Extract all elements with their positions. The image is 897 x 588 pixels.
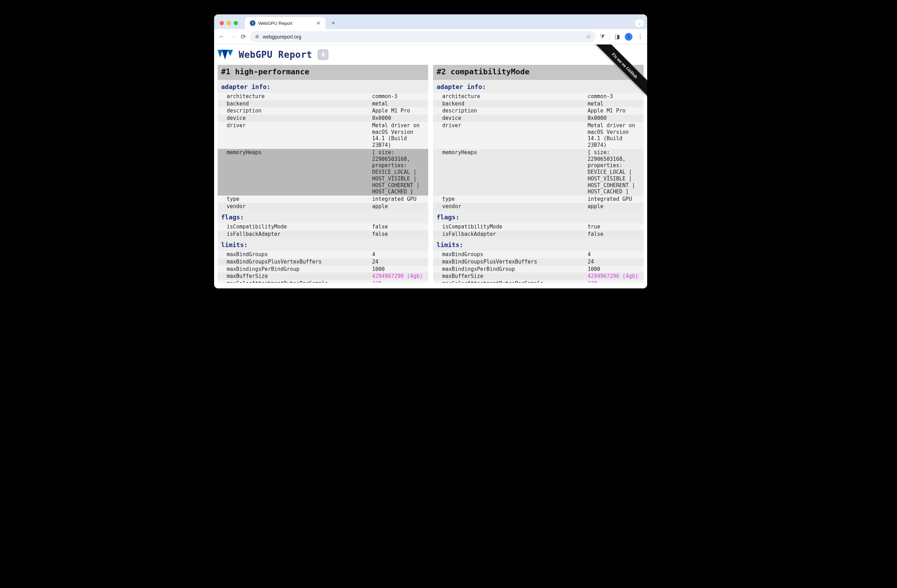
property-row[interactable]: device0x0000	[433, 115, 644, 122]
property-key: isCompatibilityMode	[442, 224, 588, 230]
section-rows: architecturecommon-3 backendmetal descri…	[217, 93, 428, 210]
property-value: 24	[372, 259, 428, 265]
property-row[interactable]: isFallbackAdapterfalse	[433, 231, 644, 238]
property-value: false	[588, 231, 644, 237]
property-key: driver	[442, 122, 588, 149]
property-value: 4294967296 (4gb)	[588, 273, 644, 280]
section-rows: isCompatibilityModetrue isFallbackAdapte…	[433, 223, 644, 238]
property-value: common-3	[372, 93, 428, 100]
property-key: backend	[442, 101, 588, 107]
property-row[interactable]: vendorapple	[217, 203, 428, 210]
property-row[interactable]: isCompatibilityModefalse	[217, 223, 428, 231]
side-panel-icon[interactable]: ◨	[615, 33, 620, 40]
property-value: 4	[588, 251, 644, 258]
toolbar: ← → ⟳ ⚙ webgpureport.org ☆ ⧩ ◨ 👤 ⋮	[214, 29, 647, 44]
forward-button[interactable]: →	[230, 33, 236, 41]
fullscreen-window-button[interactable]	[234, 21, 238, 25]
property-row[interactable]: memoryHeaps[ size: 22906503168, properti…	[433, 149, 644, 196]
property-row[interactable]: maxBindGroups4	[217, 251, 428, 258]
new-tab-button[interactable]: +	[328, 18, 338, 28]
property-row[interactable]: maxColorAttachmentBytesPerSample128	[217, 280, 428, 283]
property-value: 1000	[372, 266, 428, 273]
property-row[interactable]: maxBindGroupsPlusVertexBuffers24	[217, 258, 428, 266]
svg-marker-2	[227, 50, 233, 56]
property-value: Apple M1 Pro	[588, 107, 644, 114]
property-row[interactable]: architecturecommon-3	[433, 93, 644, 100]
minimize-window-button[interactable]	[227, 21, 231, 25]
bookmark-icon[interactable]: ☆	[586, 33, 591, 40]
reload-button[interactable]: ⟳	[241, 33, 246, 41]
property-value: 24	[588, 259, 644, 265]
close-window-button[interactable]	[220, 21, 224, 25]
property-value: Metal driver on macOS Version 14.1 (Buil…	[372, 122, 428, 149]
property-row[interactable]: memoryHeaps[ size: 22906503168, properti…	[217, 149, 428, 196]
property-key: device	[227, 115, 372, 122]
property-value: apple	[588, 203, 644, 210]
page-title: WebGPU Report	[239, 49, 312, 60]
profile-avatar-icon[interactable]: 👤	[625, 33, 632, 41]
property-value: metal	[372, 101, 428, 107]
property-row[interactable]: maxBufferSize4294967296 (4gb)	[217, 273, 428, 280]
property-row[interactable]: vendorapple	[433, 203, 644, 210]
download-button[interactable]: ⬇	[318, 49, 328, 60]
report-panel: #2 compatibilityModeadapter info: archit…	[433, 65, 644, 283]
property-row[interactable]: maxColorAttachmentBytesPerSample128	[433, 280, 644, 283]
property-key: isCompatibilityMode	[227, 224, 372, 230]
property-row[interactable]: maxBufferSize4294967296 (4gb)	[433, 273, 644, 280]
toolbar-separator	[609, 33, 610, 40]
property-row[interactable]: isFallbackAdapterfalse	[217, 231, 428, 238]
property-row[interactable]: descriptionApple M1 Pro	[433, 107, 644, 115]
property-row[interactable]: descriptionApple M1 Pro	[217, 107, 428, 115]
property-row[interactable]: architecturecommon-3	[217, 93, 428, 100]
tabstrip: i WebGPU Report ✕ + ⌄	[214, 14, 647, 29]
property-row[interactable]: maxBindGroupsPlusVertexBuffers24	[433, 258, 644, 266]
close-tab-button[interactable]: ✕	[317, 20, 321, 26]
panel-title: #2 compatibilityMode	[433, 65, 644, 80]
property-row[interactable]: maxBindingsPerBindGroup1000	[217, 266, 428, 273]
property-key: description	[227, 107, 372, 114]
property-row[interactable]: maxBindGroups4	[433, 251, 644, 258]
property-value: Apple M1 Pro	[372, 107, 428, 114]
report-panel: #1 high-performanceadapter info: archite…	[217, 65, 428, 283]
property-row[interactable]: maxBindingsPerBindGroup1000	[433, 266, 644, 273]
property-key: type	[227, 196, 372, 202]
section-rows: maxBindGroups4 maxBindGroupsPlusVertexBu…	[217, 251, 428, 283]
browser-tab[interactable]: i WebGPU Report ✕	[245, 17, 326, 29]
property-row[interactable]: isCompatibilityModetrue	[433, 223, 644, 231]
address-bar[interactable]: ⚙ webgpureport.org ☆	[250, 31, 595, 42]
download-icon: ⬇	[321, 51, 326, 58]
webgpu-logo-icon	[217, 50, 233, 60]
property-value: 1000	[588, 266, 644, 273]
window-controls	[220, 21, 238, 25]
site-info-icon[interactable]: ⚙	[255, 34, 259, 39]
property-value: apple	[372, 203, 428, 210]
property-row[interactable]: driverMetal driver on macOS Version 14.1…	[217, 122, 428, 149]
property-key: memoryHeaps	[442, 149, 588, 195]
favicon-icon: i	[250, 20, 256, 26]
property-key: maxBindGroupsPlusVertexBuffers	[442, 259, 588, 265]
property-key: maxBindingsPerBindGroup	[227, 266, 372, 273]
property-row[interactable]: typeintegrated GPU	[217, 196, 428, 203]
property-value: [ size: 22906503168, properties: DEVICE_…	[372, 149, 428, 195]
tabs-dropdown-button[interactable]: ⌄	[635, 19, 644, 28]
property-row[interactable]: typeintegrated GPU	[433, 196, 644, 203]
property-row[interactable]: backendmetal	[433, 100, 644, 107]
property-key: architecture	[442, 93, 588, 100]
property-value: integrated GPU	[372, 196, 428, 202]
property-row[interactable]: backendmetal	[217, 100, 428, 107]
property-value: 4	[372, 251, 428, 258]
property-row[interactable]: driverMetal driver on macOS Version 14.1…	[433, 122, 644, 149]
property-key: isFallbackAdapter	[442, 231, 588, 237]
property-row[interactable]: device0x0000	[217, 115, 428, 122]
section-title: adapter info:	[217, 80, 428, 93]
url-text: webgpureport.org	[263, 34, 302, 40]
property-key: maxBindGroups	[442, 251, 588, 258]
panel-title: #1 high-performance	[217, 65, 428, 80]
browser-window: i WebGPU Report ✕ + ⌄ ← → ⟳ ⚙ webgpurepo…	[214, 14, 647, 288]
extensions-icon[interactable]: ⧩	[600, 34, 605, 40]
property-key: driver	[227, 122, 372, 149]
menu-icon[interactable]: ⋮	[637, 33, 643, 40]
property-key: backend	[227, 101, 372, 107]
property-value: 128	[372, 280, 428, 283]
back-button[interactable]: ←	[218, 33, 225, 41]
